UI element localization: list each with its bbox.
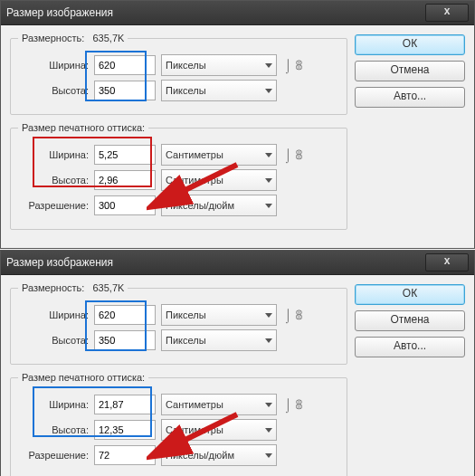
pixel-height-input[interactable] xyxy=(94,81,156,100)
print-legend: Размер печатного оттиска: xyxy=(18,372,148,383)
chevron-down-icon xyxy=(265,178,272,183)
titlebar[interactable]: Размер изображения x xyxy=(1,1,474,25)
title-text: Размер изображения xyxy=(6,6,113,19)
print-height-input[interactable] xyxy=(94,420,156,440)
close-icon: x xyxy=(444,5,451,17)
cancel-button[interactable]: Отмена xyxy=(355,61,465,81)
ok-button[interactable]: ОК xyxy=(355,34,465,55)
close-icon: x xyxy=(444,254,451,267)
pixel-width-input[interactable] xyxy=(94,305,156,325)
chevron-down-icon xyxy=(265,403,272,407)
auto-button[interactable]: Авто... xyxy=(355,87,465,108)
print-width-label: Ширина: xyxy=(18,149,94,160)
print-height-label: Высота: xyxy=(18,424,94,435)
dimensions-group: Размерность: 635,7K Ширина: Пикселы ⌡ 𝟠 … xyxy=(10,282,347,365)
link-icon[interactable]: ⌡ 𝟠 xyxy=(284,58,303,72)
height-label: Высота: xyxy=(18,335,94,346)
resolution-label: Разрешение: xyxy=(18,450,94,461)
print-height-unit-select[interactable]: Сантиметры xyxy=(161,169,277,191)
dialog-body: Размерность: 635,7K Ширина: Пикселы ⌡ 𝟠 … xyxy=(1,25,474,248)
filesize-value: 635,7K xyxy=(93,282,125,293)
auto-button[interactable]: Авто... xyxy=(355,337,465,357)
dimensions-group: Размерность: 635,7K Ширина: Пикселы ⌡ 𝟠 … xyxy=(10,33,347,115)
print-size-group: Размер печатного оттиска: Ширина: Сантим… xyxy=(10,372,347,476)
resolution-unit-select[interactable]: Пикселы/дюйм xyxy=(161,195,277,216)
print-width-input[interactable] xyxy=(94,395,156,414)
chevron-down-icon xyxy=(265,313,272,318)
print-height-input[interactable] xyxy=(94,170,156,190)
filesize-value: 635,7K xyxy=(93,33,125,43)
chevron-down-icon xyxy=(265,204,272,208)
dimensions-legend: Размерность: xyxy=(22,282,84,293)
left-panel: Размерность: 635,7K Ширина: Пикселы ⌡ 𝟠 … xyxy=(10,33,347,237)
print-size-group: Размер печатного оттиска: Ширина: Сантим… xyxy=(10,122,347,230)
title-text: Размер изображения xyxy=(6,256,113,269)
print-legend: Размер печатного оттиска: xyxy=(18,122,148,133)
height-label: Высота: xyxy=(18,85,94,96)
resolution-label: Разрешение: xyxy=(18,200,94,211)
ok-button[interactable]: ОК xyxy=(355,284,465,305)
link-icon[interactable]: ⌡ 𝟠 xyxy=(284,308,303,322)
pixel-height-input[interactable] xyxy=(94,330,156,350)
pixel-width-unit-select[interactable]: Пикселы xyxy=(161,54,277,76)
width-label: Ширина: xyxy=(18,60,94,71)
pixel-width-unit-select[interactable]: Пикселы xyxy=(161,304,277,326)
dialog-body: Размерность: 635,7K Ширина: Пикселы ⌡ 𝟠 … xyxy=(1,275,474,476)
link-icon[interactable]: ⌡ 𝟠 xyxy=(284,148,303,162)
cancel-button[interactable]: Отмена xyxy=(355,310,465,331)
width-label: Ширина: xyxy=(18,309,94,320)
pixel-width-input[interactable] xyxy=(94,55,156,75)
chevron-down-icon xyxy=(265,153,272,157)
chevron-down-icon xyxy=(265,428,272,433)
titlebar[interactable]: Размер изображения x xyxy=(1,251,474,275)
chevron-down-icon xyxy=(265,89,272,93)
link-icon[interactable]: ⌡ 𝟠 xyxy=(284,397,303,412)
pixel-height-unit-select[interactable]: Пикселы xyxy=(161,80,277,101)
chevron-down-icon xyxy=(265,63,272,68)
dialog-image-size-2: Размер изображения x Размерность: 635,7K… xyxy=(0,250,475,476)
close-button[interactable]: x xyxy=(425,4,469,22)
print-width-label: Ширина: xyxy=(18,399,94,410)
print-width-input[interactable] xyxy=(94,145,156,165)
pixel-height-unit-select[interactable]: Пикселы xyxy=(161,329,277,351)
dimensions-legend: Размерность: xyxy=(22,33,84,43)
resolution-input[interactable] xyxy=(94,195,156,215)
print-height-unit-select[interactable]: Сантиметры xyxy=(161,419,277,441)
left-panel: Размерность: 635,7K Ширина: Пикселы ⌡ 𝟠 … xyxy=(10,282,347,476)
print-height-label: Высота: xyxy=(18,175,94,186)
resolution-unit-select[interactable]: Пикселы/дюйм xyxy=(161,444,277,466)
print-width-unit-select[interactable]: Сантиметры xyxy=(161,394,277,415)
chevron-down-icon xyxy=(265,338,272,343)
chevron-down-icon xyxy=(265,453,272,458)
print-width-unit-select[interactable]: Сантиметры xyxy=(161,144,277,166)
close-button[interactable]: x xyxy=(425,253,469,271)
resolution-input[interactable] xyxy=(94,445,156,465)
button-column: ОК Отмена Авто... xyxy=(355,33,465,237)
button-column: ОК Отмена Авто... xyxy=(355,282,465,476)
dialog-image-size-1: Размер изображения x Размерность: 635,7K… xyxy=(0,0,475,249)
